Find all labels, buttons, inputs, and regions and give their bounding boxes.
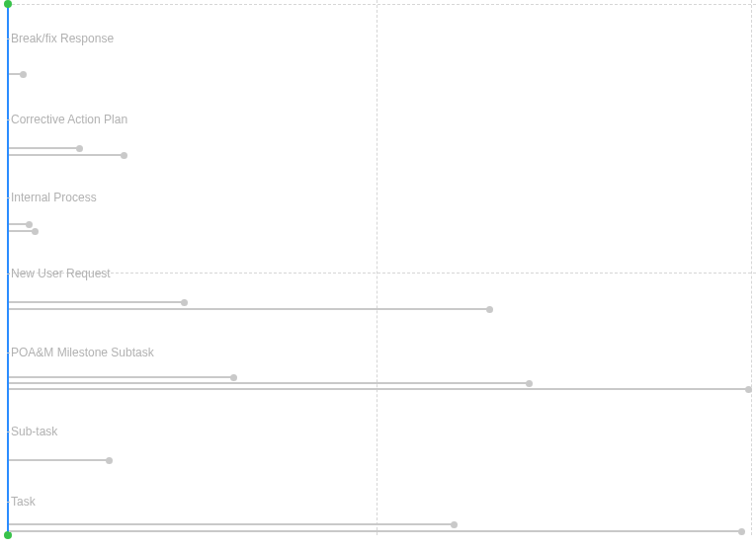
bar: [9, 376, 234, 378]
bar: [9, 308, 490, 310]
bar: [9, 388, 749, 390]
bar: [9, 301, 185, 303]
bar: [9, 530, 742, 532]
bar: [9, 459, 110, 461]
bar: [9, 73, 24, 75]
category-group: Sub-task: [7, 425, 756, 474]
category-label: Internal Process: [11, 191, 97, 204]
category-label: Task: [11, 495, 36, 509]
category-label: Corrective Action Plan: [11, 113, 127, 126]
category-group: Internal Process: [7, 191, 756, 240]
bar: [9, 223, 30, 225]
category-tick-icon: [7, 119, 10, 120]
category-tick-icon: [7, 197, 10, 198]
category-group: Corrective Action Plan: [7, 113, 756, 162]
axis-start-marker-icon: [4, 0, 12, 8]
category-tick-icon: [7, 431, 10, 432]
chart-plot-area: Break/fix Response Corrective Action Pla…: [0, 0, 756, 549]
bar: [9, 154, 125, 156]
category-tick-icon: [7, 502, 10, 503]
bar: [9, 523, 455, 525]
category-label: New User Request: [11, 267, 111, 280]
category-group: New User Request: [7, 267, 756, 316]
category-group: Task: [7, 495, 756, 544]
category-tick-icon: [7, 274, 10, 274]
bar: [9, 382, 530, 384]
bar: [9, 230, 36, 232]
category-tick-icon: [7, 39, 10, 39]
bar: [9, 147, 80, 149]
category-label: Break/fix Response: [11, 32, 114, 45]
category-group: Break/fix Response: [7, 32, 756, 81]
category-group: POA&M Milestone Subtask: [7, 346, 756, 400]
category-label: POA&M Milestone Subtask: [11, 346, 154, 359]
grid-horizontal: [7, 4, 756, 5]
category-label: Sub-task: [11, 425, 57, 438]
category-tick-icon: [7, 353, 10, 353]
